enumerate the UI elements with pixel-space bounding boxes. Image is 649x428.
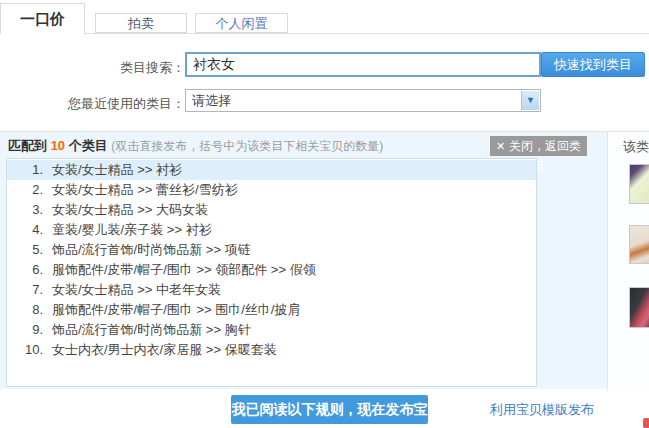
category-list-item[interactable]: 10.女士内衣/男士内衣/家居服 >> 保暖套装 [7, 340, 536, 360]
category-item-number: 3. [7, 200, 43, 220]
category-list-item[interactable]: 8.服饰配件/皮带/帽子/围巾 >> 围巾/丝巾/披肩 [7, 300, 536, 320]
category-list-item[interactable]: 7.女装/女士精品 >> 中老年女装 [7, 280, 536, 300]
related-items-panel-title: 该类 [623, 138, 649, 156]
category-item-number: 9. [7, 320, 43, 340]
category-list-item[interactable]: 4.童装/婴儿装/亲子装 >> 衬衫 [7, 220, 536, 240]
category-list-item[interactable]: 6.服饰配件/皮带/帽子/围巾 >> 领部配件 >> 假领 [7, 260, 536, 280]
category-item-label: 服饰配件/皮带/帽子/围巾 >> 领部配件 >> 假领 [52, 262, 316, 277]
quick-find-category-button[interactable]: 快速找到类目 [541, 52, 645, 77]
tabstrip-divider [0, 33, 649, 34]
match-prefix: 匹配到 [8, 138, 47, 153]
shirt-photo-thumbnail[interactable] [629, 164, 649, 204]
matched-categories-header: 匹配到 10 个类目 (双击直接发布，括号中为该类目下相关宝贝的数量) [8, 137, 383, 155]
category-list-item[interactable]: 2.女装/女士精品 >> 蕾丝衫/雪纺衫 [7, 180, 536, 200]
match-suffix: 个类目 [69, 138, 108, 153]
category-item-number: 8. [7, 300, 43, 320]
publish-item-button[interactable]: 我已阅读以下规则，现在发布宝贝 [231, 395, 428, 424]
recent-category-selected-value: 请选择 [192, 93, 231, 108]
category-search-input[interactable] [185, 52, 541, 77]
knit-photo-thumbnail[interactable] [629, 287, 649, 328]
category-item-label: 女装/女士精品 >> 衬衫 [52, 162, 182, 177]
category-item-number: 2. [7, 180, 43, 200]
category-item-number: 5. [7, 240, 43, 260]
category-item-number: 1. [7, 160, 43, 180]
matched-categories-section: 匹配到 10 个类目 (双击直接发布，括号中为该类目下相关宝贝的数量) ✕关闭，… [0, 131, 649, 389]
close-icon: ✕ [496, 140, 505, 152]
category-item-label: 女士内衣/男士内衣/家居服 >> 保暖套装 [52, 342, 277, 357]
category-item-label: 女装/女士精品 >> 中老年女装 [52, 282, 221, 297]
chevron-down-icon[interactable]: ▼ [521, 91, 539, 110]
category-list-item[interactable]: 1.女装/女士精品 >> 衬衫 [7, 160, 536, 180]
tab-personal-secondhand[interactable]: 个人闲置 [195, 13, 288, 33]
category-item-label: 饰品/流行首饰/时尚饰品新 >> 项链 [52, 242, 251, 257]
category-item-label: 童装/婴儿装/亲子装 >> 衬衫 [52, 222, 212, 237]
category-item-label: 女装/女士精品 >> 蕾丝衫/雪纺衫 [52, 182, 238, 197]
category-item-number: 6. [7, 260, 43, 280]
related-items-panel: 该类 [607, 132, 649, 390]
tab-fixed-price[interactable]: 一口价 [0, 3, 85, 34]
category-item-label: 女装/女士精品 >> 大码女装 [52, 202, 208, 217]
publish-category-page: 一口价 拍卖 个人闲置 类目搜索： 快速找到类目 您最近使用的类目： 请选择 ▼… [0, 0, 649, 428]
category-item-label: 饰品/流行首饰/时尚饰品新 >> 胸针 [52, 322, 251, 337]
category-item-number: 4. [7, 220, 43, 240]
tab-auction[interactable]: 拍卖 [95, 13, 187, 33]
category-list-item[interactable]: 9.饰品/流行首饰/时尚饰品新 >> 胸针 [7, 320, 536, 340]
model-photo-thumbnail[interactable] [629, 225, 649, 264]
category-search-label: 类目搜索： [40, 59, 185, 77]
category-list-item[interactable]: 5.饰品/流行首饰/时尚饰品新 >> 项链 [7, 240, 536, 260]
recent-category-select[interactable]: 请选择 ▼ [185, 89, 541, 112]
category-item-label: 服饰配件/皮带/帽子/围巾 >> 围巾/丝巾/披肩 [52, 302, 300, 317]
close-return-category-button[interactable]: ✕关闭，返回类目 [490, 136, 587, 156]
cropped-red-badge [643, 418, 649, 428]
category-list: 1.女装/女士精品 >> 衬衫2.女装/女士精品 >> 蕾丝衫/雪纺衫3.女装/… [6, 158, 537, 387]
category-item-number: 7. [7, 280, 43, 300]
use-template-publish-link[interactable]: 利用宝贝模版发布 [490, 401, 594, 419]
match-hint: (双击直接发布，括号中为该类目下相关宝贝的数量) [111, 139, 383, 153]
match-count: 10 [51, 138, 65, 153]
category-list-item[interactable]: 3.女装/女士精品 >> 大码女装 [7, 200, 536, 220]
category-item-number: 10. [7, 340, 43, 360]
recent-category-label: 您最近使用的类目： [20, 95, 185, 113]
